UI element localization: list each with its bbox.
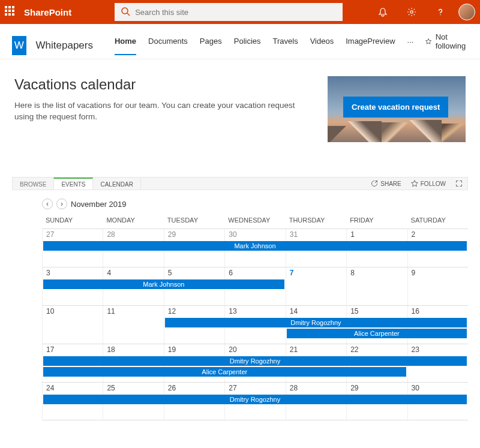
calendar-day-header: FRIDAY <box>346 213 407 227</box>
calendar-week-row: 24252627282930Dmitry Rogozhny <box>42 382 468 420</box>
follow-list-button[interactable]: FOLLOW <box>406 178 451 190</box>
calendar-day-cell[interactable]: 8 <box>346 267 407 305</box>
site-title[interactable]: Whitepapers <box>36 40 93 52</box>
site-header: W Whitepapers Home Documents Pages Polic… <box>0 24 480 59</box>
calendar-day-header: MONDAY <box>103 213 163 227</box>
user-avatar[interactable] <box>458 4 475 20</box>
current-month-label: November 2019 <box>71 200 127 209</box>
month-navigation: ‹ › November 2019 <box>42 199 480 209</box>
settings-gear-icon[interactable] <box>401 7 422 17</box>
list-ribbon: BROWSE EVENTS CALENDAR SHARE FOLLOW <box>12 177 468 190</box>
follow-label: Not following <box>436 32 468 50</box>
hero-section: Vacations calendar Here is the list of v… <box>0 59 480 147</box>
site-logo[interactable]: W <box>12 36 26 55</box>
calendar-grid: SUNDAYMONDAYTUESDAYWEDNESDAYTHURSDAYFRID… <box>42 213 468 420</box>
hero-image: Create vacation request <box>328 76 466 142</box>
calendar-header-row: SUNDAYMONDAYTUESDAYWEDNESDAYTHURSDAYFRID… <box>42 213 468 227</box>
help-icon[interactable] <box>430 7 451 17</box>
star-icon <box>411 180 418 187</box>
calendar-day-header: SUNDAY <box>42 213 103 227</box>
calendar-event[interactable]: Dmitry Rogozhny <box>43 395 467 404</box>
prev-month-button[interactable]: ‹ <box>42 199 53 209</box>
calendar-day-header: SATURDAY <box>407 213 468 227</box>
next-month-button[interactable]: › <box>56 199 67 209</box>
app-bar: SharePoint <box>0 0 480 24</box>
svg-line-1 <box>127 13 130 16</box>
svg-point-3 <box>440 14 441 16</box>
ribbon-tab-events[interactable]: EVENTS <box>53 178 93 190</box>
nav-item-documents[interactable]: Documents <box>148 37 188 55</box>
calendar-day-header: WEDNESDAY <box>224 213 285 227</box>
nav-item-home[interactable]: Home <box>115 37 136 55</box>
calendar-day-header: TUESDAY <box>164 213 224 227</box>
notifications-icon[interactable] <box>372 7 394 17</box>
calendar-week-row: 3456789Mark Johnson <box>42 267 468 305</box>
search-icon <box>121 7 130 18</box>
site-nav: Home Documents Pages Policies Travels Vi… <box>115 32 468 59</box>
calendar-week-row: 272829303112Mark Johnson <box>42 228 468 267</box>
search-input[interactable] <box>135 8 337 17</box>
calendar-day-cell[interactable]: 9 <box>407 267 468 305</box>
calendar-event[interactable]: Alice Carpenter <box>43 367 406 377</box>
nav-item-policies[interactable]: Policies <box>234 37 261 55</box>
calendar-week-row: 17181920212223Dmitry RogozhnyAlice Carpe… <box>42 344 468 382</box>
calendar-event[interactable]: Dmitry Rogozhny <box>43 356 467 366</box>
page-description: Here is the list of vacations for our te… <box>14 100 314 123</box>
calendar-day-header: THURSDAY <box>286 213 346 227</box>
page-title: Vacations calendar <box>14 76 318 93</box>
ribbon-tab-calendar[interactable]: CALENDAR <box>93 178 140 190</box>
svg-point-2 <box>410 11 413 13</box>
calendar-week-row: 10111213141516Dmitry RogozhnyAlice Carpe… <box>42 305 468 344</box>
calendar-event[interactable]: Mark Johnson <box>43 279 284 289</box>
nav-item-videos[interactable]: Videos <box>310 37 334 55</box>
create-vacation-request-button[interactable]: Create vacation request <box>343 97 448 118</box>
expand-icon <box>455 180 463 187</box>
nav-item-imagepreview[interactable]: ImagePreview <box>346 37 395 55</box>
star-icon <box>425 37 431 46</box>
nav-more-button[interactable]: ··· <box>407 37 414 55</box>
calendar-body: 272829303112Mark Johnson3456789Mark John… <box>42 228 468 420</box>
calendar-event[interactable]: Mark Johnson <box>43 241 467 251</box>
share-button[interactable]: SHARE <box>366 178 406 190</box>
search-box[interactable] <box>115 3 343 21</box>
nav-item-travels[interactable]: Travels <box>273 37 298 55</box>
app-launcher-icon[interactable] <box>5 6 17 18</box>
nav-item-pages[interactable]: Pages <box>200 37 222 55</box>
calendar-event[interactable]: Alice Carpenter <box>287 329 467 338</box>
calendar-day-cell[interactable]: 11 <box>103 306 163 344</box>
app-name: SharePoint <box>24 7 71 17</box>
ribbon-tab-browse[interactable]: BROWSE <box>13 178 53 190</box>
share-icon <box>371 180 378 187</box>
fullscreen-button[interactable] <box>451 178 467 190</box>
calendar-event[interactable]: Dmitry Rogozhny <box>165 318 467 327</box>
calendar-day-cell[interactable]: 10 <box>42 306 103 344</box>
calendar-day-cell[interactable]: 7 <box>286 267 346 305</box>
svg-point-0 <box>122 8 128 14</box>
follow-toggle[interactable]: Not following <box>425 32 468 59</box>
